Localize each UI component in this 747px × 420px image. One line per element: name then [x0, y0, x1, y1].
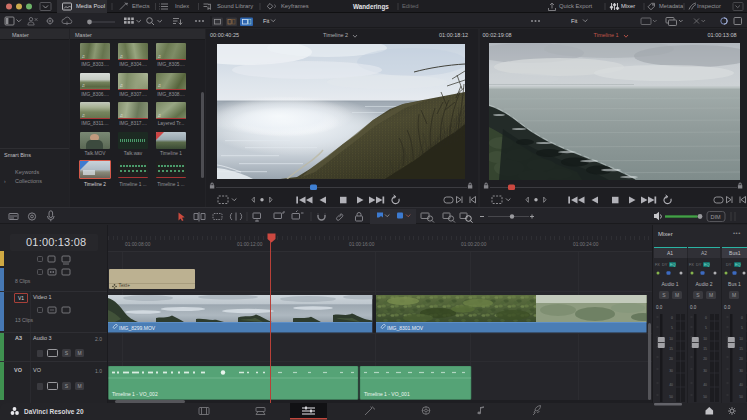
svg-text:Timeline 1 - VO_001: Timeline 1 - VO_001 [364, 391, 410, 397]
svg-text:0.0: 0.0 [690, 305, 697, 310]
svg-text:Audio 1: Audio 1 [662, 281, 679, 287]
svg-text:40: 40 [669, 383, 673, 387]
svg-text:0: 0 [671, 316, 673, 320]
svg-text:DY: DY [662, 263, 668, 267]
svg-text:DY: DY [696, 263, 702, 267]
svg-text:IMG_8301.MOV: IMG_8301.MOV [387, 325, 424, 331]
svg-text:FX: FX [689, 263, 694, 267]
svg-text:M: M [709, 292, 713, 298]
svg-text:30: 30 [669, 369, 673, 373]
svg-text:EQ: EQ [735, 263, 741, 267]
svg-text:M: M [732, 292, 736, 298]
svg-text:20: 20 [669, 357, 673, 361]
svg-text:Timeline 1 - VO_002: Timeline 1 - VO_002 [112, 391, 158, 397]
svg-text:FX: FX [655, 263, 660, 267]
svg-text:10: 10 [669, 337, 673, 341]
svg-text:50: 50 [669, 395, 673, 399]
svg-text:0.0: 0.0 [656, 305, 663, 310]
svg-text:Bus 1: Bus 1 [728, 281, 741, 287]
svg-text:0.0: 0.0 [724, 305, 731, 310]
svg-text:DIM: DIM [711, 214, 722, 220]
svg-text:5: 5 [671, 326, 673, 330]
svg-text:M: M [675, 292, 679, 298]
svg-text:15: 15 [669, 347, 673, 351]
svg-text:EQ: EQ [670, 263, 676, 267]
svg-text:Audio 2: Audio 2 [696, 281, 713, 287]
svg-text:IMG_8299.MOV: IMG_8299.MOV [119, 325, 156, 331]
svg-text:EQ: EQ [704, 263, 710, 267]
svg-text:DY: DY [726, 263, 732, 267]
svg-text:DaVinci Resolve 20: DaVinci Resolve 20 [24, 408, 84, 415]
